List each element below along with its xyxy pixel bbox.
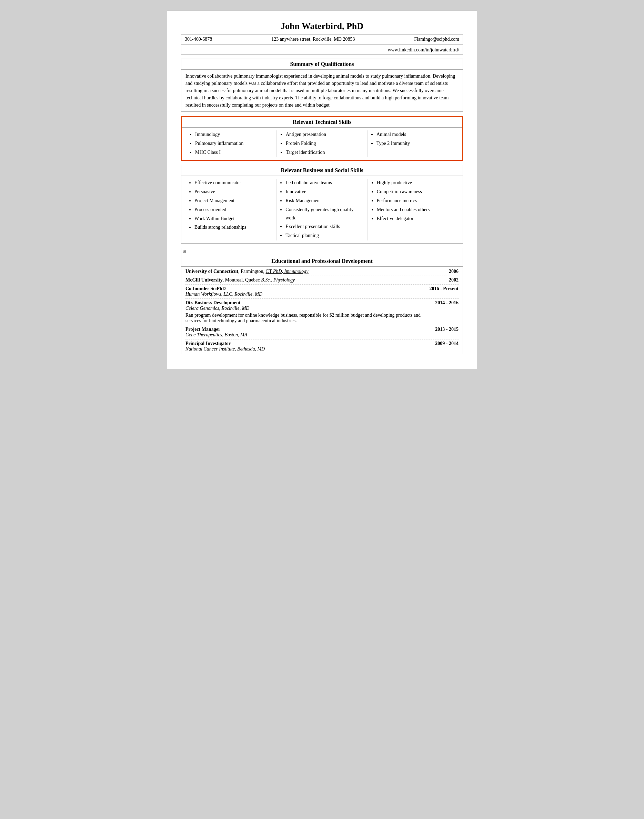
business-skills-col2: Led collaborative teamsInnovativeRisk Ma… [276,179,368,240]
list-item: Builds strong relationships [195,223,273,232]
edu-year: 2009 - 2014 [435,341,458,346]
edu-row: McGill University, Montreal, Quebec B.Sc… [186,277,458,284]
list-item: Mentors and enables others [377,206,456,214]
edu-location: , Montreal, Quebec [223,277,260,283]
edu-institution: Co-founder SciPhD [186,286,226,291]
edu-main-line: Dir. Business Development [186,300,428,306]
edu-row: Co-founder SciPhDHuman Workflows, LLC, R… [186,286,458,299]
list-item: Tactical planning [285,232,364,240]
edu-year: 2016 - Present [429,286,459,292]
list-item: Consistently generates high quality work [285,206,364,222]
edu-left: Principal InvestigatorNational Cancer In… [186,341,428,352]
summary-section: Summary of Qualifications Innovative col… [181,58,463,112]
edu-row: Principal InvestigatorNational Cancer In… [186,341,458,352]
education-title: Educational and Professional Development [181,256,463,267]
edu-subtitle: National Cancer Institute, Bethesda, MD [186,346,428,352]
business-skills-col1: Effective communicatorPersuasiveProject … [186,179,276,240]
edu-institution: Project Manager [186,327,220,332]
edu-row: University of Connecticut, Farmington, C… [186,269,458,276]
edu-year: 2002 [449,277,458,283]
edu-subtitle: Gene Therapeutics, Boston, MA [186,332,428,338]
edu-left: University of Connecticut, Farmington, C… [186,269,442,274]
edu-main-line: Project Manager [186,327,428,332]
education-section: ⊞ Educational and Professional Developme… [181,248,463,354]
list-item: Innovative [285,187,364,196]
header-contact-row2: www.linkedin.com/in/johnwaterbird/ [181,46,463,54]
list-item: Work Within Budget [195,215,273,223]
business-skills-columns: Effective communicatorPersuasiveProject … [181,176,463,243]
summary-title: Summary of Qualifications [181,59,463,70]
edu-degree: PhD, Immunology [272,269,308,274]
list-item: Antigen presentation [286,131,364,139]
edu-row: Project ManagerGene Therapeutics, Boston… [186,327,458,340]
edu-institution: Principal Investigator [186,341,231,346]
list-item: Animal models [376,131,455,139]
edu-institution: McGill University [186,277,223,283]
header-contact-row1: 301-460-6878 123 anywhere street, Rockvi… [181,34,463,45]
list-item: Persuasive [195,187,273,196]
list-item: Risk Management [285,197,364,205]
list-item: Led collaborative teams [285,179,364,187]
list-item: Performance metrics [377,197,456,205]
list-item: Competition awareness [377,187,456,196]
edu-subtitle: Celera Genomics, Rockville, MD [186,306,428,311]
edu-left: Project ManagerGene Therapeutics, Boston… [186,327,428,338]
list-item: MHC Class I [195,148,274,157]
edu-degree: B.Sc., Physiology [260,277,295,283]
edu-description: Ran program development for online knowl… [186,313,428,324]
list-item: Process oriented [195,206,273,214]
edu-main-line: Co-founder SciPhD [186,286,423,292]
edu-year: 2013 - 2015 [435,327,458,332]
edu-main-line: Principal Investigator [186,341,428,346]
technical-skills-title: Relevant Technical Skills [182,117,462,128]
technical-skills-col3: Animal modelsType 2 Immunity [368,131,458,157]
edu-left: Dir. Business DevelopmentCelera Genomics… [186,300,428,324]
list-item: Immunology [195,131,274,139]
summary-body: Innovative collaborative pulmonary immun… [181,70,463,111]
edu-year: 2014 - 2016 [435,300,458,306]
list-item: Highly productive [377,179,456,187]
edu-row: Dir. Business DevelopmentCelera Genomics… [186,300,458,325]
list-item: Project Management [195,197,273,205]
edu-institution: University of Connecticut [186,269,238,274]
edu-location: , Farmington, CT [238,269,272,274]
technical-skills-col2: Antigen presentationProtein FoldingTarge… [277,131,368,157]
technical-skills-section: Relevant Technical Skills ImmunologyPulm… [181,116,463,161]
list-item: Type 2 Immunity [376,139,455,148]
list-item: Effective delegator [377,215,456,223]
list-item: Effective communicator [195,179,273,187]
edu-institution: Dir. Business Development [186,300,240,305]
header-email: Flamingo@sciphd.com [414,37,459,42]
edu-subtitle: Human Workflows, LLC, Rockville, MD [186,292,423,297]
header-address: 123 anywhere street, Rockville, MD 20853 [271,37,355,42]
business-skills-section: Relevant Business and Social Skills Effe… [181,165,463,244]
business-skills-title: Relevant Business and Social Skills [181,165,463,176]
technical-skills-col1: ImmunologyPulmonary inflammationMHC Clas… [186,131,277,157]
header-name: John Waterbird, PhD [181,21,463,31]
education-body: University of Connecticut, Farmington, C… [181,267,463,354]
edu-main-line: University of Connecticut, Farmington, C… [186,269,442,274]
list-item: Excellent presentation skills [285,223,364,231]
header-linkedin: www.linkedin.com/in/johnwaterbird/ [388,47,460,53]
edu-left: McGill University, Montreal, Quebec B.Sc… [186,277,442,283]
resume-page: John Waterbird, PhD 301-460-6878 123 any… [167,10,477,369]
list-item: Protein Folding [286,139,364,148]
list-item: Pulmonary inflammation [195,139,274,148]
technical-skills-columns: ImmunologyPulmonary inflammationMHC Clas… [182,128,462,160]
expand-icon[interactable]: ⊞ [181,248,463,255]
edu-year: 2006 [449,269,458,274]
header-phone: 301-460-6878 [185,37,212,42]
edu-left: Co-founder SciPhDHuman Workflows, LLC, R… [186,286,423,297]
business-skills-col3: Highly productiveCompetition awarenessPe… [368,179,458,240]
edu-main-line: McGill University, Montreal, Quebec B.Sc… [186,277,442,283]
list-item: Target identification [286,148,364,157]
